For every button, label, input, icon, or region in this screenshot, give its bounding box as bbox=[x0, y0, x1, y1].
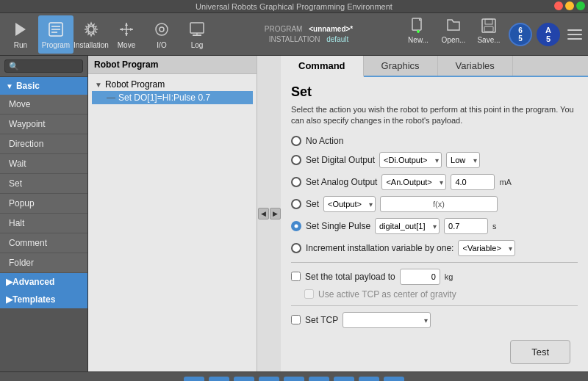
right-panel: Command Graphics Variables Set Select th… bbox=[281, 56, 588, 371]
io-button[interactable]: I/O bbox=[144, 15, 179, 54]
sidebar-item-popup[interactable]: Popup bbox=[0, 194, 87, 214]
analog-output-select-wrapper: <An.Output> bbox=[381, 174, 446, 190]
analog-output-radio[interactable] bbox=[291, 177, 301, 187]
payload-unit-label: kg bbox=[445, 272, 453, 281]
tab-graphics[interactable]: Graphics bbox=[364, 56, 438, 76]
tree-collapse-button[interactable]: ◀ bbox=[258, 208, 269, 219]
main-layout: ▼ Basic Move Waypoint Direction Wait Set… bbox=[0, 56, 588, 371]
sidebar-item-direction[interactable]: Direction bbox=[0, 134, 87, 154]
sidebar-item-comment[interactable]: Comment bbox=[0, 233, 87, 253]
main-toolbar: Run Program Installation bbox=[0, 13, 588, 56]
increment-select[interactable]: <Variable> bbox=[458, 240, 515, 256]
tcp-select[interactable] bbox=[343, 312, 431, 328]
move-up-button[interactable] bbox=[184, 377, 204, 382]
status-badge: 6 5 bbox=[509, 23, 532, 46]
single-pulse-row: Set Single Pulse digital_out[1] s bbox=[291, 218, 578, 234]
digital-output-select[interactable]: <Di.Output> bbox=[379, 152, 442, 168]
tab-variables[interactable]: Variables bbox=[438, 56, 513, 76]
tcp-select-wrapper bbox=[343, 312, 431, 328]
increment-radio[interactable] bbox=[291, 243, 301, 253]
title-bar: Universal Robots Graphical Programming E… bbox=[0, 0, 588, 13]
analog-output-select[interactable]: <An.Output> bbox=[381, 174, 446, 190]
gravity-checkbox[interactable] bbox=[304, 289, 314, 299]
bottom-toolbar bbox=[0, 371, 588, 381]
increment-select-wrapper: <Variable> bbox=[458, 240, 515, 256]
no-action-row: No Action bbox=[291, 136, 578, 146]
log-button[interactable]: Log bbox=[179, 15, 215, 54]
digital-level-select-wrapper: Low bbox=[446, 152, 480, 168]
tab-command[interactable]: Command bbox=[281, 56, 364, 77]
sidebar-item-wait[interactable]: Wait bbox=[0, 154, 87, 174]
sidebar-item-folder[interactable]: Folder bbox=[0, 253, 87, 273]
a-badge: A 5 bbox=[537, 23, 560, 46]
tcp-checkbox[interactable] bbox=[291, 315, 301, 324]
analog-value-input[interactable] bbox=[451, 174, 495, 190]
move-icon bbox=[116, 19, 137, 40]
close-button[interactable] bbox=[554, 1, 563, 10]
svg-marker-8 bbox=[125, 23, 128, 26]
set-output-select[interactable]: <Output> bbox=[323, 196, 376, 212]
pulse-value-input[interactable] bbox=[444, 218, 488, 234]
io-icon bbox=[151, 19, 172, 40]
move-down-button[interactable] bbox=[209, 377, 229, 382]
redo-button[interactable] bbox=[259, 377, 279, 382]
sidebar-templates-header[interactable]: ▶ Templates bbox=[0, 291, 87, 308]
program-button[interactable]: Program bbox=[38, 15, 74, 54]
tree-item-robot-program[interactable]: ▼ Robot Program bbox=[92, 78, 253, 91]
sidebar-item-halt[interactable]: Halt bbox=[0, 214, 87, 233]
menu-button[interactable] bbox=[564, 24, 585, 45]
sidebar-advanced-header[interactable]: ▶ Advanced bbox=[0, 273, 87, 291]
program-name: <unnamed>* bbox=[309, 25, 353, 33]
copy-button[interactable] bbox=[309, 377, 329, 382]
digital-output-row: Set Digital Output <Di.Output> Low bbox=[291, 152, 578, 168]
open-button[interactable]: Open... bbox=[438, 17, 469, 52]
digital-output-select-wrapper: <Di.Output> bbox=[379, 152, 442, 168]
panel-expand-button[interactable]: ▶ bbox=[270, 208, 281, 219]
installation-button[interactable]: Installation bbox=[74, 15, 109, 54]
window-controls[interactable] bbox=[554, 1, 585, 10]
gravity-row: Use active TCP as center of gravity bbox=[291, 289, 578, 300]
details-button[interactable] bbox=[384, 377, 404, 382]
sidebar-item-waypoint[interactable]: Waypoint bbox=[0, 115, 87, 134]
toolbar-right: New... Open... Save... 6 5 A 5 bbox=[403, 17, 585, 52]
program-tree-header: Robot Program bbox=[88, 56, 257, 74]
log-icon bbox=[187, 19, 207, 40]
program-info: PROGRAM <unnamed>* INSTALLATION default bbox=[215, 25, 403, 43]
search-input[interactable] bbox=[4, 59, 83, 73]
cut-button[interactable] bbox=[284, 377, 304, 382]
panel-title: Set bbox=[291, 84, 578, 100]
delete-button[interactable] bbox=[359, 377, 379, 382]
tabs-bar: Command Graphics Variables bbox=[281, 56, 588, 77]
program-tree-content: ▼ Robot Program — Set DO[1]=HI:Pulse 0.7 bbox=[88, 74, 257, 371]
installation-icon bbox=[81, 19, 101, 40]
sidebar-item-move[interactable]: Move bbox=[0, 95, 87, 115]
divider-2 bbox=[291, 305, 578, 306]
increment-label: Increment installation variable by one: bbox=[306, 243, 453, 253]
digital-level-select[interactable]: Low bbox=[446, 152, 480, 168]
sidebar-basic-header[interactable]: ▼ Basic bbox=[0, 77, 87, 95]
new-button[interactable]: New... bbox=[403, 17, 434, 52]
minimize-button[interactable] bbox=[565, 1, 574, 10]
undo-button[interactable] bbox=[234, 377, 254, 382]
svg-rect-21 bbox=[485, 19, 492, 24]
move-button[interactable]: Move bbox=[109, 15, 144, 54]
payload-value-input[interactable] bbox=[400, 269, 440, 285]
single-pulse-radio[interactable] bbox=[291, 221, 301, 231]
svg-point-12 bbox=[156, 23, 168, 35]
paste-button[interactable] bbox=[334, 377, 354, 382]
digital-output-radio[interactable] bbox=[291, 155, 301, 165]
tree-item-set-do[interactable]: — Set DO[1]=HI:Pulse 0.7 bbox=[92, 91, 253, 104]
test-button[interactable]: Test bbox=[510, 340, 570, 364]
save-button[interactable]: Save... bbox=[473, 17, 504, 52]
tree-dash-icon: — bbox=[107, 92, 115, 103]
single-pulse-label: Set Single Pulse bbox=[306, 221, 370, 231]
run-button[interactable]: Run bbox=[3, 15, 38, 54]
pulse-output-select[interactable]: digital_out[1] bbox=[375, 218, 440, 234]
divider-1 bbox=[291, 262, 578, 263]
sidebar-item-set[interactable]: Set bbox=[0, 174, 87, 194]
set-output-radio[interactable] bbox=[291, 199, 301, 209]
no-action-radio[interactable] bbox=[291, 136, 301, 146]
maximize-button[interactable] bbox=[576, 1, 585, 10]
run-icon bbox=[10, 19, 31, 40]
payload-checkbox[interactable] bbox=[291, 272, 301, 281]
